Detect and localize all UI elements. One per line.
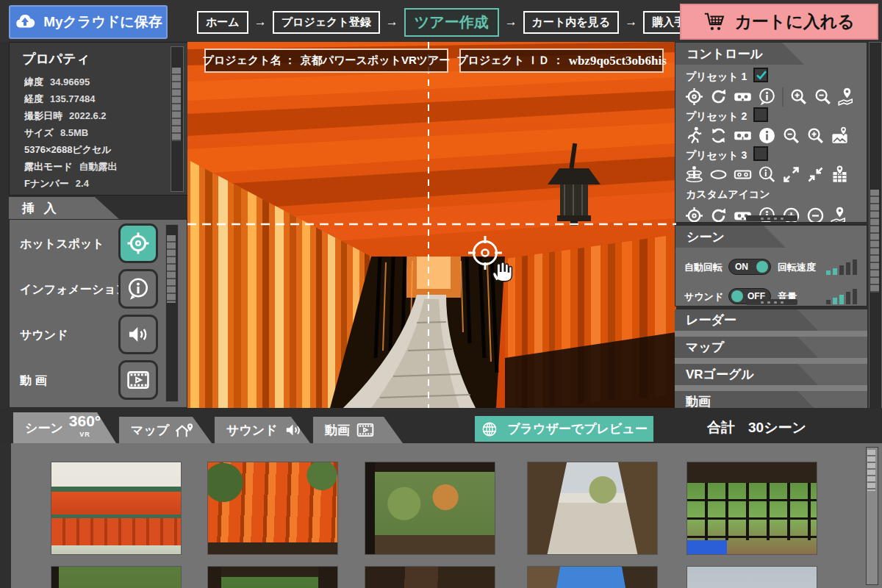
info-filled-icon[interactable] xyxy=(757,126,777,146)
scene-thumbnail-autumn-garden-veranda[interactable] xyxy=(365,462,495,554)
orbit-person-icon[interactable] xyxy=(684,165,704,184)
breadcrumb: ホーム → プロジェクト登録 → ツアー作成 → カート内を見る → 購入手続き xyxy=(197,7,717,37)
panorama-viewer[interactable]: プロジェクト名 ：京都パワースポットVRツアー プロジェクト ＩＤ ：wbz9q… xyxy=(187,42,676,408)
vr-goggles-icon[interactable] xyxy=(733,87,753,107)
save-to-cloud-button[interactable]: Myクラウドに保存 xyxy=(9,5,168,39)
toggle-knob xyxy=(731,290,743,302)
contract-icon[interactable] xyxy=(806,165,825,184)
sound-speaker-icon xyxy=(126,322,151,347)
scene-thumbnail-blue-sky-street[interactable] xyxy=(528,567,657,588)
scene-thumbnail-tatami-room-garden-view[interactable] xyxy=(687,462,817,554)
insert-panel-tab: 挿 入 xyxy=(9,197,119,219)
map-section-collapsed[interactable]: マップ xyxy=(675,337,867,364)
zoom-in-icon[interactable] xyxy=(806,126,825,146)
preset3-icon-row xyxy=(684,165,850,184)
ellipse-orbit-icon[interactable] xyxy=(709,165,728,184)
right-panel-scrollbar[interactable] xyxy=(869,42,882,409)
expand-icon[interactable] xyxy=(781,165,801,184)
scrollbar-thumb[interactable] xyxy=(870,190,879,293)
control-section-tab[interactable]: コントロール xyxy=(675,43,804,65)
preset1-label: プリセット 1 xyxy=(686,71,747,84)
add-to-cart-button[interactable]: カートに入れる xyxy=(680,4,878,40)
volume-level[interactable] xyxy=(826,289,857,304)
check-icon xyxy=(754,68,769,82)
scene-thumbnail-green-window[interactable] xyxy=(208,567,337,588)
zoom-in-icon[interactable] xyxy=(789,87,808,107)
zoom-out-icon[interactable] xyxy=(813,87,833,107)
breadcrumb-arrow: → xyxy=(625,15,637,29)
walking-person-icon[interactable] xyxy=(684,126,704,146)
scene-thumbnail-torii-gate-tunnel[interactable] xyxy=(208,462,337,554)
map-photo-pin-icon[interactable] xyxy=(830,126,850,146)
control-section: コントロール プリセット 1 プリセット 2 xyxy=(675,42,867,223)
scene-thumbnail-heian-shrine-gate[interactable] xyxy=(51,462,181,554)
scene-thumbnail-garden-lantern[interactable] xyxy=(51,567,181,588)
breadcrumb-project-register[interactable]: プロジェクト登録 xyxy=(273,11,380,34)
map-pin-icon[interactable] xyxy=(837,87,857,107)
information-insert-button[interactable] xyxy=(118,269,158,309)
breadcrumb-arrow: → xyxy=(254,15,267,29)
insert-scrollbar[interactable] xyxy=(165,224,179,402)
scene-section-tab[interactable]: シーン xyxy=(675,226,786,248)
sync-rotate-icon[interactable] xyxy=(709,126,728,146)
rotate-speed-level[interactable] xyxy=(826,259,857,275)
tab-sound[interactable]: サウンド xyxy=(215,417,310,443)
scrollbar-thumb[interactable] xyxy=(867,450,875,491)
insert-panel: 挿 入 ホットスポット インフォメーション サウンド 動 画 xyxy=(9,197,187,408)
preset2-label: プリセット 2 xyxy=(686,110,747,123)
target-icon[interactable] xyxy=(684,206,704,223)
radar-section-collapsed[interactable]: レーダー xyxy=(675,309,867,337)
preset1-icon-row xyxy=(684,87,857,107)
section-resize-handle[interactable] xyxy=(746,215,797,221)
vr-goggles-outline-icon[interactable] xyxy=(733,165,753,184)
thumbnail-scrollbar[interactable] xyxy=(866,447,878,585)
property-row: 露出モード自動露出 xyxy=(24,158,164,175)
scene-thumbnail-dusk-street[interactable] xyxy=(365,567,495,588)
breadcrumb-home[interactable]: ホーム xyxy=(197,11,248,34)
tab-scene[interactable]: シーン 360° VR xyxy=(13,412,116,443)
scene-settings-section: シーン 自動回転 ON 回転速度 サウンド OFF 音量 xyxy=(675,225,867,306)
map-pin-icon[interactable] xyxy=(830,206,850,223)
info-search-icon[interactable] xyxy=(757,165,777,184)
tab-video[interactable]: 動画 xyxy=(313,417,403,443)
vr-cardboard-icon[interactable] xyxy=(733,126,753,146)
auto-rotate-toggle[interactable]: ON xyxy=(728,259,771,275)
sound-insert-button[interactable] xyxy=(118,315,158,354)
breadcrumb-tour-create-active[interactable]: ツアー作成 xyxy=(404,8,499,37)
rotate-icon[interactable] xyxy=(709,206,728,223)
circle-minus-icon[interactable] xyxy=(806,206,825,223)
properties-list: 緯度34.96695 経度135.77484 撮影日時2022.6.2 サイズ8… xyxy=(24,74,164,190)
sound-speaker-icon xyxy=(284,420,303,440)
scene-thumbnail-grid xyxy=(0,443,882,588)
video-insert-button[interactable] xyxy=(118,360,158,400)
preset2-checkbox[interactable] xyxy=(753,107,768,122)
hotspot-insert-button[interactable] xyxy=(118,223,158,263)
scrollbar-thumb[interactable] xyxy=(172,68,181,141)
scene-thumbnail-torii-beam-top[interactable] xyxy=(687,567,817,588)
cart-icon xyxy=(703,11,725,33)
auto-rotate-row: 自動回転 ON 回転速度 xyxy=(675,258,867,277)
scene-thumbnail-stone-paved-street[interactable] xyxy=(528,462,657,554)
preset3-label: プリセット 3 xyxy=(686,149,747,162)
tab-map[interactable]: マップ xyxy=(119,417,212,443)
bottom-tab-bar: シーン 360° VR マップ サウンド 動画 ブラウザーでプレビュー 合計30… xyxy=(0,408,882,443)
properties-scrollbar[interactable] xyxy=(171,46,184,192)
target-icon[interactable] xyxy=(684,87,704,107)
scrollbar-thumb[interactable] xyxy=(167,235,176,303)
torii-tunnel-panorama xyxy=(187,42,676,408)
project-id-banner: プロジェクト ＩＤ ：wbz9qo5ct3ob6his xyxy=(459,49,664,73)
section-resize-handle[interactable] xyxy=(746,299,797,305)
preset3-checkbox[interactable] xyxy=(753,146,768,161)
globe-icon xyxy=(481,420,498,438)
rotate-icon[interactable] xyxy=(709,87,728,107)
browser-preview-button[interactable]: ブラウザーでプレビュー xyxy=(475,416,653,442)
map-grid-pin-icon[interactable] xyxy=(830,165,850,184)
breadcrumb-view-cart[interactable]: カート内を見る xyxy=(523,11,619,34)
zoom-out-icon[interactable] xyxy=(781,126,801,146)
map-house-pin-icon xyxy=(175,420,194,440)
preset1-checkbox[interactable] xyxy=(753,68,768,82)
vr-goggles-section-collapsed[interactable]: VRゴーグル xyxy=(675,364,867,391)
information-icon xyxy=(126,276,151,301)
info-bubble-icon[interactable] xyxy=(757,87,777,107)
custom-icons-label: カスタムアイコン xyxy=(686,188,770,201)
